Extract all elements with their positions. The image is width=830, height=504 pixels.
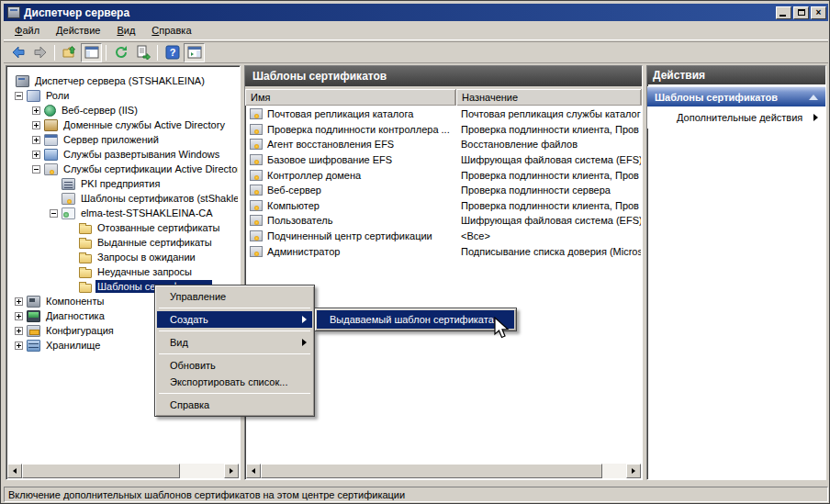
diagnostics-icon bbox=[27, 310, 40, 322]
collapse-icon[interactable] bbox=[32, 165, 40, 174]
certificate-template-icon bbox=[250, 170, 263, 181]
certificate-template-icon bbox=[250, 108, 263, 119]
status-bar: Включение дополнительных шаблонов сертиф… bbox=[4, 485, 828, 502]
tree-item-revoked-certs[interactable]: Отозванные сертификаты bbox=[8, 220, 238, 235]
collapse-icon[interactable] bbox=[15, 92, 23, 100]
table-row[interactable]: Почтовая репликация каталогаПочтовая реп… bbox=[246, 106, 641, 122]
expand-icon[interactable] bbox=[32, 136, 40, 144]
folder-icon bbox=[79, 254, 92, 263]
more-actions-item[interactable]: Дополнительные действия bbox=[647, 106, 825, 129]
tree-item-app-server[interactable]: Сервер приложений bbox=[8, 132, 238, 147]
menu-action[interactable]: Действие bbox=[48, 22, 108, 39]
expand-icon[interactable] bbox=[15, 327, 23, 335]
certificate-template-icon bbox=[250, 215, 263, 226]
tree-item-pending-requests[interactable]: Запросы в ожидании bbox=[8, 250, 238, 264]
table-row[interactable]: АдминистраторПодписывание списка доверия… bbox=[246, 243, 641, 259]
tree-item-server-manager[interactable]: Диспетчер сервера (STSHAKLEINA) bbox=[8, 73, 238, 88]
action-pane-icon bbox=[187, 45, 202, 60]
wds-icon bbox=[44, 149, 58, 161]
scroll-left-button[interactable] bbox=[7, 464, 22, 478]
active-directory-icon bbox=[44, 119, 58, 131]
roles-icon bbox=[27, 90, 40, 102]
menu-item-refresh[interactable]: Обновить bbox=[157, 357, 312, 374]
menu-item-certificate-template-to-issue[interactable]: Выдаваемый шаблон сертификата bbox=[317, 310, 514, 329]
export-list-button[interactable] bbox=[132, 43, 153, 62]
table-row[interactable]: КомпьютерПроверка подлинности клиента, П… bbox=[246, 198, 641, 214]
configuration-icon bbox=[27, 325, 40, 337]
tree-item-roles[interactable]: Роли bbox=[8, 88, 238, 103]
menu-help[interactable]: Справка bbox=[143, 22, 199, 39]
menu-file[interactable]: Файл bbox=[6, 22, 48, 39]
collapse-icon[interactable] bbox=[50, 209, 58, 218]
menu-item-new[interactable]: Создать bbox=[157, 311, 312, 328]
close-button[interactable]: × bbox=[811, 6, 826, 19]
export-list-icon bbox=[136, 45, 151, 60]
table-row[interactable]: Агент восстановления EFSВосстановление ф… bbox=[246, 137, 641, 152]
table-row[interactable]: ПользовательШифрующая файловая система (… bbox=[246, 213, 641, 229]
tree-item-ca[interactable]: elma-test-STSHAKLEINA-CA bbox=[8, 206, 238, 220]
expand-icon[interactable] bbox=[15, 297, 23, 306]
scrollbar-thumb[interactable] bbox=[261, 464, 602, 478]
tree-item-web-server[interactable]: Веб-сервер (IIS) bbox=[8, 103, 238, 118]
tree-item-failed-requests[interactable]: Неудачные запросы bbox=[8, 264, 238, 279]
console-tree-button[interactable] bbox=[81, 43, 102, 62]
expand-icon[interactable] bbox=[32, 121, 40, 129]
folder-icon bbox=[79, 284, 92, 293]
action-pane-button[interactable] bbox=[184, 43, 205, 62]
submenu-arrow-icon bbox=[302, 339, 307, 346]
table-row[interactable]: Веб-серверПроверка подлинности сервера bbox=[246, 183, 641, 198]
forward-icon bbox=[33, 45, 48, 60]
column-header-name[interactable]: Имя bbox=[245, 89, 456, 106]
table-row[interactable]: Базовое шифрование EFSШифрующая файловая… bbox=[246, 152, 641, 168]
certificate-template-icon bbox=[250, 200, 263, 211]
folder-icon bbox=[79, 269, 92, 278]
menu-separator bbox=[159, 308, 310, 308]
actions-section-header[interactable]: Шаблоны сертификатов bbox=[647, 86, 825, 106]
submenu-arrow-icon bbox=[302, 316, 307, 323]
maximize-button[interactable] bbox=[793, 6, 809, 19]
menu-view[interactable]: Вид bbox=[108, 22, 143, 39]
help-icon: ? bbox=[165, 45, 180, 60]
actions-panel: Действия Шаблоны сертификатов Дополнител… bbox=[646, 65, 826, 480]
up-level-button[interactable] bbox=[59, 43, 80, 62]
status-text: Включение дополнительных шаблонов сертиф… bbox=[8, 489, 405, 500]
table-row[interactable]: Подчиненный центр сертификации<Все> bbox=[246, 229, 641, 244]
expand-icon[interactable] bbox=[15, 312, 23, 320]
menu-item-help[interactable]: Справка bbox=[157, 397, 312, 413]
tree-item-cert-templates-console[interactable]: Шаблоны сертификатов (stShaklei bbox=[8, 191, 238, 206]
templates-list-panel: Шаблоны сертификатов Имя Назначение Почт… bbox=[244, 65, 643, 480]
list-horizontal-scrollbar[interactable] bbox=[246, 464, 641, 478]
forward-button[interactable] bbox=[29, 43, 50, 62]
scrollbar-thumb[interactable] bbox=[22, 464, 180, 478]
menu-item-manage[interactable]: Управление bbox=[157, 288, 312, 305]
storage-icon bbox=[27, 340, 40, 352]
title-bar[interactable]: Диспетчер сервера × bbox=[4, 4, 828, 21]
tree-horizontal-scrollbar[interactable] bbox=[7, 464, 239, 478]
expand-icon[interactable] bbox=[15, 342, 23, 350]
list-panel-title: Шаблоны сертификатов bbox=[245, 66, 642, 86]
minimize-button[interactable] bbox=[776, 6, 791, 19]
refresh-button[interactable] bbox=[110, 43, 131, 62]
scroll-left-button[interactable] bbox=[246, 464, 261, 478]
back-icon bbox=[11, 45, 26, 60]
menu-item-export-list[interactable]: Экспортировать список... bbox=[157, 374, 312, 390]
scroll-right-button[interactable] bbox=[626, 464, 641, 478]
server-manager-icon bbox=[16, 75, 29, 87]
certificate-template-icon bbox=[250, 154, 263, 165]
tree-item-enterprise-pki[interactable]: PKI предприятия bbox=[8, 176, 238, 191]
tree-item-issued-certs[interactable]: Выданные сертификаты bbox=[8, 235, 238, 250]
back-button[interactable] bbox=[7, 43, 28, 62]
menu-separator bbox=[159, 393, 310, 394]
tree-item-ad-ds[interactable]: Доменные службы Active Directory bbox=[8, 118, 238, 132]
column-header-purpose[interactable]: Назначение bbox=[456, 89, 642, 106]
tree-item-ad-cs[interactable]: Службы сертификации Active Director bbox=[8, 162, 238, 176]
table-row[interactable]: Контроллер доменаПроверка подлинности кл… bbox=[246, 167, 641, 183]
help-button[interactable]: ? bbox=[162, 43, 183, 62]
tree-item-wds[interactable]: Службы развертывания Windows bbox=[8, 147, 238, 162]
menu-item-view[interactable]: Вид bbox=[157, 334, 312, 351]
scroll-right-button[interactable] bbox=[224, 464, 239, 478]
table-row[interactable]: Проверка подлинности контроллера ...Пров… bbox=[246, 122, 641, 138]
expand-icon[interactable] bbox=[32, 106, 40, 115]
folder-icon bbox=[79, 225, 92, 234]
expand-icon[interactable] bbox=[32, 151, 40, 159]
